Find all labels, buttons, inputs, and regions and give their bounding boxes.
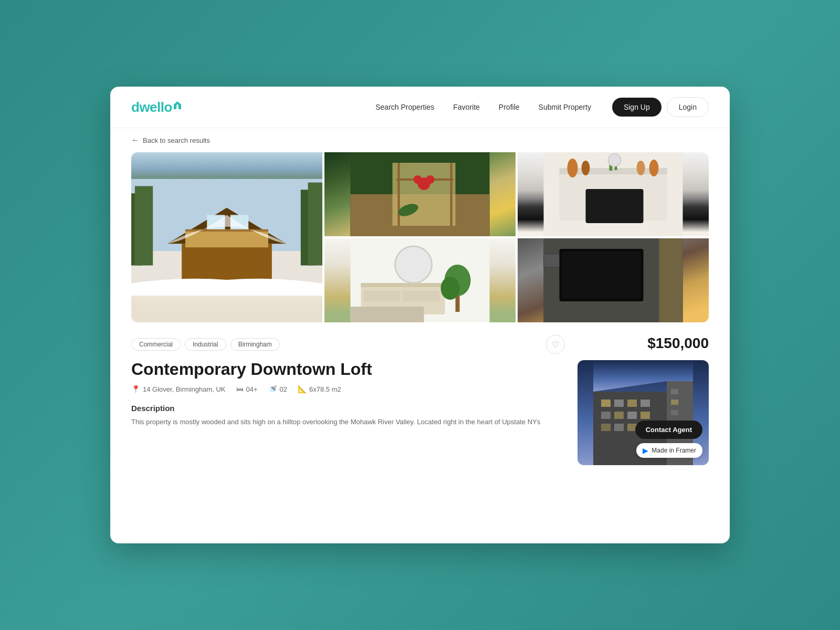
logo-text: dwello <box>131 99 172 116</box>
svg-rect-45 <box>544 238 683 322</box>
svg-rect-72 <box>671 400 678 405</box>
gallery-image-5[interactable] <box>518 238 709 322</box>
gallery-image-2[interactable] <box>324 152 516 236</box>
svg-point-42 <box>445 265 471 296</box>
svg-rect-26 <box>560 168 667 174</box>
gallery-image-3[interactable] <box>518 152 709 236</box>
svg-rect-52 <box>560 249 644 301</box>
bathroom-count: 02 <box>280 385 287 393</box>
logo-house-icon <box>172 100 183 110</box>
bed-icon: 🛏 <box>236 385 244 393</box>
svg-point-22 <box>426 175 435 184</box>
tags-row: Commercial Industrial Birmingham ♡ <box>131 335 565 354</box>
svg-rect-59 <box>614 400 624 407</box>
nav-profile[interactable]: Profile <box>499 103 520 111</box>
svg-rect-33 <box>615 162 617 170</box>
svg-rect-49 <box>617 254 644 267</box>
svg-rect-15 <box>351 194 490 236</box>
framer-label: Made in Framer <box>652 447 696 454</box>
login-button[interactable]: Login <box>667 97 709 117</box>
svg-point-31 <box>649 160 659 176</box>
svg-rect-12 <box>230 215 248 229</box>
svg-rect-66 <box>601 424 611 431</box>
signup-button[interactable]: Sign Up <box>612 98 662 117</box>
svg-rect-5 <box>301 190 315 265</box>
svg-rect-51 <box>604 269 636 282</box>
favorite-button[interactable]: ♡ <box>546 335 565 354</box>
property-section: Commercial Industrial Birmingham ♡ Conte… <box>110 322 730 465</box>
svg-rect-11 <box>207 215 225 229</box>
back-link[interactable]: ← Back to search results <box>110 128 730 152</box>
back-link-label: Back to search results <box>143 136 210 144</box>
svg-rect-44 <box>351 307 424 322</box>
nav-search-properties[interactable]: Search Properties <box>375 103 434 111</box>
svg-point-43 <box>441 277 460 300</box>
tag-commercial: Commercial <box>131 338 181 351</box>
bedrooms-meta: 🛏 04+ <box>236 385 258 393</box>
svg-rect-46 <box>544 238 683 322</box>
framer-badge: ▶ Made in Framer <box>636 443 702 458</box>
svg-rect-48 <box>578 254 615 267</box>
contact-agent-button[interactable]: Contact Agent <box>635 421 702 439</box>
svg-rect-58 <box>601 400 611 407</box>
property-gallery <box>131 152 709 322</box>
property-address: 14 Glover, Birmingham, UK <box>143 385 226 393</box>
svg-rect-35 <box>351 238 490 322</box>
svg-point-29 <box>582 161 590 175</box>
svg-rect-36 <box>361 283 445 314</box>
svg-point-34 <box>608 154 621 166</box>
nav-submit-property[interactable]: Submit Property <box>539 103 591 111</box>
agent-sidebar: $150,000 <box>578 335 709 465</box>
svg-point-23 <box>396 202 419 218</box>
svg-rect-14 <box>351 152 490 236</box>
svg-rect-4 <box>135 186 153 265</box>
property-price: $150,000 <box>578 335 709 352</box>
svg-rect-37 <box>361 283 445 287</box>
svg-rect-62 <box>601 412 611 419</box>
svg-rect-1 <box>131 179 322 296</box>
svg-rect-47 <box>544 254 575 267</box>
svg-rect-71 <box>671 389 678 394</box>
svg-marker-8 <box>167 208 287 244</box>
svg-rect-16 <box>393 163 456 226</box>
gallery-image-4[interactable] <box>324 238 516 322</box>
svg-rect-41 <box>456 291 460 312</box>
svg-rect-65 <box>640 412 650 419</box>
header-actions: Sign Up Login <box>612 97 709 117</box>
svg-rect-7 <box>182 244 272 290</box>
size-icon: 📐 <box>298 385 307 393</box>
back-arrow-icon: ← <box>131 135 140 145</box>
svg-rect-24 <box>544 152 683 236</box>
svg-rect-54 <box>659 238 683 322</box>
description-title: Description <box>131 404 565 413</box>
property-size: 6x78.5 m2 <box>309 385 341 393</box>
svg-point-40 <box>395 246 432 283</box>
property-info: Commercial Industrial Birmingham ♡ Conte… <box>131 335 565 428</box>
svg-point-30 <box>637 161 645 175</box>
svg-point-20 <box>418 177 430 190</box>
svg-point-21 <box>414 175 422 184</box>
tag-industrial: Industrial <box>185 338 226 351</box>
address-meta: 📍 14 Glover, Birmingham, UK <box>131 385 226 393</box>
bedroom-count: 04+ <box>246 385 258 393</box>
svg-rect-64 <box>627 412 637 419</box>
svg-point-28 <box>568 159 578 177</box>
description-text: This property is mostly wooded and sits … <box>131 417 565 428</box>
svg-rect-50 <box>560 269 602 282</box>
logo[interactable]: dwello <box>131 99 183 116</box>
svg-rect-39 <box>403 291 440 301</box>
svg-rect-32 <box>610 160 613 171</box>
svg-rect-73 <box>671 410 678 415</box>
svg-point-0 <box>176 104 178 107</box>
gallery-main-image[interactable] <box>131 152 322 322</box>
property-title: Contemporary Downtown Loft <box>131 360 565 379</box>
svg-rect-63 <box>614 412 624 419</box>
main-nav: Search Properties Favorite Profile Submi… <box>375 103 591 111</box>
property-meta: 📍 14 Glover, Birmingham, UK 🛏 04+ 🚿 02 📐… <box>131 385 565 393</box>
bath-icon: 🚿 <box>268 385 277 393</box>
agent-card: Contact Agent ▶ Made in Framer <box>578 360 709 465</box>
svg-rect-19 <box>397 178 454 181</box>
svg-rect-6 <box>308 183 322 266</box>
nav-favorite[interactable]: Favorite <box>453 103 480 111</box>
bathrooms-meta: 🚿 02 <box>268 385 287 393</box>
